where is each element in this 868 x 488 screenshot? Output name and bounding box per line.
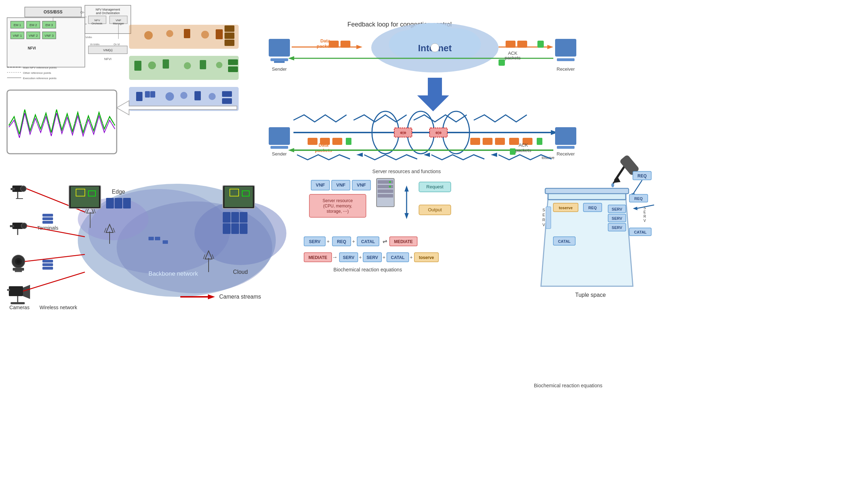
svg-rect-63	[150, 91, 155, 98]
svg-marker-236	[404, 213, 409, 219]
svg-point-89	[431, 43, 439, 52]
svg-rect-226	[378, 189, 393, 193]
svg-rect-151	[240, 212, 247, 223]
svg-text:NFVI: NFVI	[28, 46, 36, 50]
biochem-title-label: Biochemical reaction equations	[534, 383, 602, 388]
svg-text:Cameras: Cameras	[10, 305, 30, 310]
svg-text:Sender: Sender	[272, 151, 287, 157]
svg-rect-186	[7, 289, 10, 291]
svg-rect-112	[308, 138, 318, 145]
svg-text:VNF: VNF	[116, 19, 121, 22]
svg-text:E: E	[542, 213, 545, 217]
svg-text:Cloud: Cloud	[233, 269, 248, 275]
svg-rect-277	[545, 188, 629, 194]
svg-text:Backbone network: Backbone network	[148, 270, 198, 277]
svg-rect-115	[346, 138, 351, 145]
svg-rect-49	[216, 29, 223, 39]
svg-rect-68	[222, 91, 232, 97]
svg-rect-57	[200, 60, 206, 69]
svg-text:Biochemical reaction equations: Biochemical reaction equations	[333, 267, 402, 272]
biochem-svg: Server resources and functions VNF VNF V…	[297, 163, 516, 318]
svg-marker-138	[491, 153, 497, 157]
svg-point-46	[166, 30, 173, 37]
svg-text:SERV: SERV	[367, 255, 378, 260]
svg-text:V: V	[643, 219, 646, 223]
svg-text:Main NFV reference points: Main NFV reference points	[23, 66, 57, 69]
svg-rect-150	[231, 212, 239, 223]
svg-rect-82	[329, 41, 339, 48]
camera-section: Cameras Terminals Wireless network Edge …	[0, 166, 301, 314]
svg-text:VNF: VNF	[357, 182, 366, 188]
svg-rect-61	[136, 92, 142, 101]
svg-text:Server resource: Server resource	[322, 198, 353, 203]
svg-text:⇌: ⇌	[383, 238, 387, 244]
svg-rect-147	[115, 198, 122, 208]
svg-rect-148	[123, 198, 131, 208]
svg-rect-74	[269, 39, 290, 57]
svg-text:+: +	[383, 254, 385, 260]
svg-marker-91	[547, 45, 553, 49]
svg-rect-146	[106, 198, 114, 208]
svg-text:ACK: ACK	[519, 142, 528, 148]
svg-text:Output: Output	[428, 207, 442, 212]
svg-text:VNF: VNF	[336, 182, 345, 188]
svg-text:Receiver: Receiver	[557, 66, 575, 72]
svg-line-200	[25, 254, 85, 261]
svg-marker-235	[404, 186, 409, 192]
svg-marker-140	[356, 153, 363, 157]
svg-text:VNF 3: VNF 3	[45, 34, 54, 37]
svg-point-67	[209, 93, 216, 100]
svg-rect-50	[225, 25, 234, 32]
svg-text:S: S	[542, 208, 545, 212]
svg-rect-192	[42, 221, 53, 224]
svg-text:Execution reference points: Execution reference points	[23, 77, 57, 80]
svg-text:MEDIATE: MEDIATE	[394, 239, 413, 244]
svg-text:VNF: VNF	[316, 182, 325, 188]
congestion-diagram: Feedback loop for congestion control Sen…	[258, 7, 852, 163]
svg-point-54	[148, 61, 156, 69]
svg-text:+: +	[359, 254, 362, 260]
svg-rect-95	[555, 39, 576, 57]
nfv-diagram: OSS/BSS Or-Ma NFV Management and Orchest…	[4, 4, 244, 155]
svg-rect-59	[228, 59, 238, 65]
svg-rect-196	[42, 267, 53, 270]
svg-marker-214	[208, 294, 215, 299]
svg-rect-292	[546, 207, 551, 229]
biochem-section: Server resources and functions VNF VNF V…	[297, 163, 516, 318]
svg-rect-167	[148, 237, 154, 240]
svg-point-48	[201, 31, 209, 39]
svg-rect-66	[194, 91, 201, 100]
svg-text:SERV: SERV	[309, 239, 320, 244]
svg-text:toserve: toserve	[559, 206, 572, 210]
svg-text:⊕|⊕: ⊕|⊕	[435, 131, 442, 135]
svg-text:CATAL: CATAL	[391, 255, 405, 260]
svg-marker-185	[23, 285, 30, 299]
svg-point-45	[144, 31, 153, 40]
svg-text:NFV: NFV	[94, 19, 100, 22]
nfv-svg: OSS/BSS Or-Ma NFV Management and Orchest…	[4, 4, 244, 159]
svg-text:Other reference points: Other reference points	[23, 71, 51, 75]
svg-rect-124	[483, 138, 493, 145]
svg-point-56	[184, 62, 191, 69]
svg-text:R: R	[542, 218, 545, 222]
svg-rect-227	[378, 194, 393, 198]
svg-text:⊕|⊕: ⊕|⊕	[400, 131, 407, 135]
svg-rect-188	[11, 302, 25, 304]
svg-rect-106	[270, 146, 288, 149]
svg-rect-195	[42, 263, 53, 266]
svg-text:REQ: REQ	[588, 206, 597, 210]
svg-point-171	[21, 186, 26, 192]
svg-rect-60	[228, 66, 238, 72]
svg-text:VNF 2: VNF 2	[29, 34, 38, 37]
svg-line-201	[23, 272, 85, 291]
svg-text:+: +	[327, 239, 330, 244]
svg-text:Request: Request	[426, 184, 444, 189]
svg-text:Vi-Vnfm: Vi-Vnfm	[90, 43, 100, 46]
svg-rect-53	[134, 61, 141, 71]
svg-rect-152	[223, 223, 231, 234]
svg-text:E: E	[643, 210, 646, 214]
svg-rect-177	[10, 225, 14, 227]
svg-rect-114	[332, 138, 342, 145]
svg-rect-76	[274, 61, 285, 63]
svg-text:Edge: Edge	[112, 189, 125, 195]
